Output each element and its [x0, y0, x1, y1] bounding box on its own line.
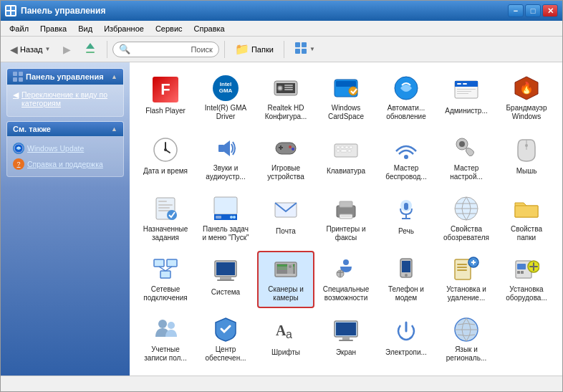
back-arrow-icon: ◀ — [10, 44, 18, 55]
icon-item-access[interactable]: Специальные возможности — [317, 251, 375, 308]
views-button[interactable]: ▼ — [289, 39, 320, 60]
forward-icon: ▶ — [63, 44, 71, 55]
icon-item-system[interactable]: Система — [197, 251, 254, 308]
svg-rect-53 — [348, 150, 351, 152]
icon-item-phone[interactable]: Телефон и модем — [377, 251, 435, 308]
svg-point-58 — [525, 144, 528, 147]
speech-icon — [392, 196, 420, 224]
svg-rect-83 — [515, 206, 538, 217]
icon-item-addremove[interactable]: Установка и удаление... — [438, 251, 495, 308]
icon-item-wireless[interactable]: Мастер беспровод... — [377, 130, 435, 187]
maximize-button[interactable]: □ — [525, 4, 541, 17]
printers-icon — [332, 196, 360, 221]
icon-item-admin[interactable]: Администр... — [438, 70, 495, 127]
svg-rect-91 — [220, 277, 231, 279]
svg-rect-13 — [19, 77, 23, 82]
svg-rect-12 — [13, 77, 17, 82]
icon-item-datetime[interactable]: Дата и время — [137, 130, 194, 187]
minimize-button[interactable]: − — [508, 4, 524, 17]
menu-service[interactable]: Сервис — [150, 23, 188, 34]
menu-help[interactable]: Справка — [188, 23, 231, 34]
intel-gma-label: Intel(R) GMA Driver — [201, 104, 250, 121]
svg-rect-115 — [517, 264, 526, 269]
users-label: Учетные записи пол... — [141, 345, 190, 363]
folder-icon — [512, 196, 541, 221]
icon-item-taskbar[interactable]: Панель задач и меню "Пуск" — [197, 190, 254, 247]
datetime-label: Дата и время — [143, 167, 188, 176]
svg-rect-92 — [217, 279, 234, 281]
icon-item-security[interactable]: Центр обеспечен... — [197, 311, 254, 368]
status-bar — [1, 376, 562, 391]
icon-item-region[interactable]: Язык и региональ... — [438, 311, 495, 368]
svg-marker-40 — [224, 140, 230, 156]
icon-item-keyboard[interactable]: Клавиатура — [317, 130, 375, 187]
sidebar-panel-control-header: Панель управления ▲ — [7, 69, 123, 85]
icon-item-folder[interactable]: Свойства папки — [498, 190, 555, 247]
folder-label: Свойства папки — [502, 225, 551, 242]
svg-rect-50 — [350, 146, 352, 148]
icon-item-users[interactable]: Учетные записи пол... — [137, 311, 194, 368]
icon-item-winupdate[interactable]: Автомати... обновление — [377, 70, 435, 127]
switch-to-categories-link[interactable]: ◀ Переключение к виду по категориям — [11, 89, 119, 109]
close-button[interactable]: ✕ — [542, 4, 558, 17]
icon-item-fonts[interactable]: AaШрифты — [257, 311, 314, 368]
icon-item-tasks[interactable]: Назначенные задания — [137, 190, 194, 247]
tasks-icon — [151, 196, 180, 221]
icon-item-power[interactable]: Электропи... — [377, 311, 435, 368]
admin-icon — [452, 75, 481, 104]
icon-item-display[interactable]: Экран — [317, 311, 375, 368]
switch-icon: ◀ — [13, 90, 19, 100]
back-button[interactable]: ◀ Назад ▼ — [5, 41, 55, 58]
sidebar-panel-control: Панель управления ▲ ◀ Переключение к вид… — [6, 68, 124, 117]
icon-item-mastersetup[interactable]: Мастер настрой... — [438, 130, 495, 187]
menu-favorites[interactable]: Избранное — [98, 23, 150, 34]
panel2-toggle-icon[interactable]: ▲ — [111, 125, 117, 133]
svg-rect-129 — [342, 337, 350, 340]
browser-icon — [452, 196, 481, 221]
help-support-link[interactable]: ? Справка и поддержка — [11, 156, 119, 172]
menu-file[interactable]: Файл — [4, 23, 34, 34]
mail-label: Почта — [276, 227, 296, 236]
icon-item-speech[interactable]: Речь — [377, 190, 435, 247]
icon-item-intel-gma[interactable]: IntelGMAIntel(R) GMA Driver — [197, 70, 254, 127]
icon-item-mail[interactable]: Почта — [257, 190, 314, 247]
folders-label: Папки — [251, 45, 274, 54]
icon-item-game[interactable]: Игровые устройства — [257, 130, 314, 187]
svg-rect-51 — [337, 150, 340, 152]
icon-item-realtek[interactable]: Realtek HD Конфигура... — [257, 70, 314, 127]
game-icon — [271, 135, 300, 161]
svg-rect-116 — [517, 271, 520, 274]
svg-point-106 — [405, 274, 408, 277]
firewall-label: Брандмауэр Windows — [502, 104, 551, 121]
search-box[interactable]: 🔍 Поиск — [112, 42, 218, 57]
icon-item-network[interactable]: Сетевые подключения — [137, 251, 194, 308]
icon-item-sound[interactable]: Звуки и аудиоустр... — [197, 130, 254, 187]
svg-point-38 — [164, 148, 167, 151]
search-input[interactable] — [133, 45, 191, 54]
icon-item-hardware[interactable]: Установка оборудова... — [498, 251, 555, 308]
svg-text:A: A — [276, 322, 287, 338]
forward-button[interactable]: ▶ — [58, 41, 76, 58]
svg-rect-7 — [302, 42, 307, 47]
folder-icon: 📁 — [235, 42, 249, 56]
windows-update-link[interactable]: Windows Update — [11, 140, 119, 156]
window-title: Панель управления — [21, 6, 105, 16]
menu-view[interactable]: Вид — [72, 23, 98, 34]
menu-edit[interactable]: Правка — [34, 23, 72, 34]
up-button[interactable] — [79, 39, 102, 60]
icon-item-browser[interactable]: Свойства обозревателя — [438, 190, 495, 247]
sidebar-panel-control-body: ◀ Переключение к виду по категориям — [7, 85, 123, 116]
svg-rect-30 — [457, 89, 476, 90]
sidebar-panel-also-header: См. также ▲ — [7, 122, 123, 136]
icon-item-mouse[interactable]: Мышь — [498, 130, 555, 187]
icon-item-scanners[interactable]: Сканеры и камеры — [257, 251, 314, 308]
wireless-label: Мастер беспровод... — [382, 164, 430, 181]
icon-item-cardspace[interactable]: Windows CardSpace — [317, 70, 375, 127]
icon-item-printers[interactable]: Принтеры и факсы — [317, 190, 375, 247]
svg-rect-61 — [158, 204, 173, 206]
folders-button[interactable]: 📁 Папки — [230, 39, 279, 59]
flash-player-icon: F — [151, 75, 180, 104]
icon-item-firewall[interactable]: 🔥Брандмауэр Windows — [498, 70, 555, 127]
icon-item-flash-player[interactable]: FFlash Player — [137, 70, 194, 127]
panel1-toggle-icon[interactable]: ▲ — [111, 73, 117, 80]
